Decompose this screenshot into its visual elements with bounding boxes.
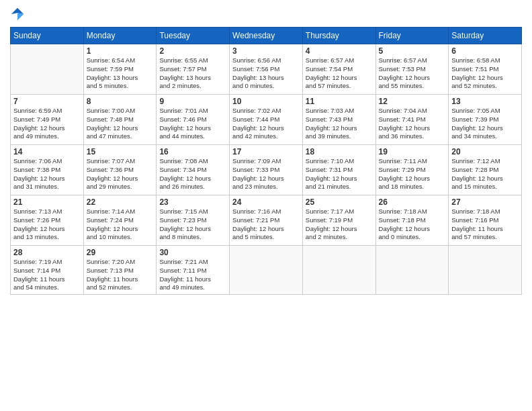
calendar-cell: 9Sunrise: 7:01 AM Sunset: 7:46 PM Daylig… [157, 95, 230, 145]
calendar-cell: 25Sunrise: 7:17 AM Sunset: 7:19 PM Dayli… [302, 195, 375, 246]
day-info: Sunrise: 7:11 AM Sunset: 7:29 PM Dayligh… [379, 157, 446, 191]
day-info: Sunrise: 7:13 AM Sunset: 7:26 PM Dayligh… [13, 208, 81, 242]
calendar-cell [11, 44, 84, 95]
day-info: Sunrise: 7:12 AM Sunset: 7:28 PM Dayligh… [451, 157, 519, 191]
day-info: Sunrise: 7:14 AM Sunset: 7:24 PM Dayligh… [87, 208, 154, 242]
day-info: Sunrise: 7:09 AM Sunset: 7:33 PM Dayligh… [232, 157, 300, 191]
page: SundayMondayTuesdayWednesdayThursdayFrid… [0, 0, 532, 411]
col-header-monday: Monday [83, 28, 157, 44]
day-number: 30 [159, 248, 226, 257]
day-info: Sunrise: 6:59 AM Sunset: 7:49 PM Dayligh… [13, 107, 81, 141]
day-info: Sunrise: 7:16 AM Sunset: 7:21 PM Dayligh… [232, 208, 300, 242]
day-number: 3 [232, 46, 300, 56]
calendar-cell: 29Sunrise: 7:20 AM Sunset: 7:13 PM Dayli… [83, 246, 157, 295]
day-number: 20 [451, 147, 519, 156]
day-info: Sunrise: 7:08 AM Sunset: 7:34 PM Dayligh… [159, 157, 226, 191]
day-number: 6 [451, 46, 519, 56]
calendar-cell: 28Sunrise: 7:19 AM Sunset: 7:14 PM Dayli… [11, 246, 84, 295]
day-number: 23 [159, 197, 226, 207]
day-info: Sunrise: 7:00 AM Sunset: 7:48 PM Dayligh… [87, 107, 154, 141]
day-info: Sunrise: 7:07 AM Sunset: 7:36 PM Dayligh… [87, 157, 154, 191]
calendar-week-4: 28Sunrise: 7:19 AM Sunset: 7:14 PM Dayli… [11, 246, 522, 295]
day-info: Sunrise: 6:58 AM Sunset: 7:51 PM Dayligh… [451, 56, 519, 91]
day-number: 12 [379, 97, 446, 106]
day-info: Sunrise: 6:54 AM Sunset: 7:59 PM Dayligh… [87, 56, 154, 91]
calendar-cell: 26Sunrise: 7:18 AM Sunset: 7:18 PM Dayli… [375, 195, 449, 246]
calendar-week-0: 1Sunrise: 6:54 AM Sunset: 7:59 PM Daylig… [11, 44, 522, 95]
day-number: 21 [13, 197, 81, 207]
calendar-cell: 12Sunrise: 7:04 AM Sunset: 7:41 PM Dayli… [375, 95, 449, 145]
day-info: Sunrise: 7:05 AM Sunset: 7:39 PM Dayligh… [451, 107, 519, 141]
col-header-sunday: Sunday [11, 28, 84, 44]
header [10, 7, 522, 23]
col-header-tuesday: Tuesday [157, 28, 230, 44]
col-header-friday: Friday [375, 28, 449, 44]
logo [10, 7, 26, 23]
day-number: 10 [232, 97, 300, 106]
day-number: 8 [87, 97, 154, 106]
day-number: 9 [159, 97, 226, 106]
day-info: Sunrise: 7:01 AM Sunset: 7:46 PM Dayligh… [159, 107, 226, 141]
calendar-cell [375, 246, 449, 295]
calendar-cell: 10Sunrise: 7:02 AM Sunset: 7:44 PM Dayli… [230, 95, 303, 145]
svg-marker-1 [17, 13, 24, 20]
day-number: 27 [451, 197, 519, 207]
day-info: Sunrise: 7:06 AM Sunset: 7:38 PM Dayligh… [13, 157, 81, 191]
day-info: Sunrise: 6:55 AM Sunset: 7:57 PM Dayligh… [159, 56, 226, 91]
day-info: Sunrise: 7:03 AM Sunset: 7:43 PM Dayligh… [306, 107, 373, 141]
calendar-cell: 5Sunrise: 6:57 AM Sunset: 7:53 PM Daylig… [375, 44, 449, 95]
calendar-cell: 16Sunrise: 7:08 AM Sunset: 7:34 PM Dayli… [157, 145, 230, 195]
day-info: Sunrise: 7:02 AM Sunset: 7:44 PM Dayligh… [232, 107, 300, 141]
calendar-cell: 1Sunrise: 6:54 AM Sunset: 7:59 PM Daylig… [83, 44, 157, 95]
day-number: 1 [87, 46, 154, 56]
calendar-cell: 22Sunrise: 7:14 AM Sunset: 7:24 PM Dayli… [83, 195, 157, 246]
day-number: 5 [379, 46, 446, 56]
day-number: 24 [232, 197, 300, 207]
calendar-cell: 3Sunrise: 6:56 AM Sunset: 7:56 PM Daylig… [230, 44, 303, 95]
day-number: 18 [306, 147, 373, 156]
calendar-cell: 18Sunrise: 7:10 AM Sunset: 7:31 PM Dayli… [302, 145, 375, 195]
calendar-cell: 20Sunrise: 7:12 AM Sunset: 7:28 PM Dayli… [449, 145, 522, 195]
day-info: Sunrise: 6:57 AM Sunset: 7:53 PM Dayligh… [379, 56, 446, 91]
day-number: 16 [159, 147, 226, 156]
calendar-cell: 13Sunrise: 7:05 AM Sunset: 7:39 PM Dayli… [449, 95, 522, 145]
day-number: 26 [379, 197, 446, 207]
day-info: Sunrise: 6:56 AM Sunset: 7:56 PM Dayligh… [232, 56, 300, 91]
day-number: 17 [232, 147, 300, 156]
calendar-cell: 27Sunrise: 7:18 AM Sunset: 7:16 PM Dayli… [449, 195, 522, 246]
day-number: 15 [87, 147, 154, 156]
calendar-cell: 7Sunrise: 6:59 AM Sunset: 7:49 PM Daylig… [11, 95, 84, 145]
calendar-cell: 21Sunrise: 7:13 AM Sunset: 7:26 PM Dayli… [11, 195, 84, 246]
calendar-cell: 8Sunrise: 7:00 AM Sunset: 7:48 PM Daylig… [83, 95, 157, 145]
day-number: 29 [87, 248, 154, 257]
calendar-header-row: SundayMondayTuesdayWednesdayThursdayFrid… [11, 28, 522, 44]
col-header-wednesday: Wednesday [230, 28, 303, 44]
col-header-thursday: Thursday [302, 28, 375, 44]
day-info: Sunrise: 7:04 AM Sunset: 7:41 PM Dayligh… [379, 107, 446, 141]
calendar-cell: 23Sunrise: 7:15 AM Sunset: 7:23 PM Dayli… [157, 195, 230, 246]
calendar-week-1: 7Sunrise: 6:59 AM Sunset: 7:49 PM Daylig… [11, 95, 522, 145]
calendar-cell [449, 246, 522, 295]
calendar-table: SundayMondayTuesdayWednesdayThursdayFrid… [10, 27, 522, 295]
calendar-cell: 30Sunrise: 7:21 AM Sunset: 7:11 PM Dayli… [157, 246, 230, 295]
day-info: Sunrise: 6:57 AM Sunset: 7:54 PM Dayligh… [306, 56, 373, 91]
day-info: Sunrise: 7:18 AM Sunset: 7:18 PM Dayligh… [379, 208, 446, 242]
day-number: 13 [451, 97, 519, 106]
calendar-cell: 19Sunrise: 7:11 AM Sunset: 7:29 PM Dayli… [375, 145, 449, 195]
day-info: Sunrise: 7:15 AM Sunset: 7:23 PM Dayligh… [159, 208, 226, 242]
day-number: 19 [379, 147, 446, 156]
calendar-cell: 15Sunrise: 7:07 AM Sunset: 7:36 PM Dayli… [83, 145, 157, 195]
calendar-cell: 11Sunrise: 7:03 AM Sunset: 7:43 PM Dayli… [302, 95, 375, 145]
logo-icon [10, 7, 25, 21]
day-info: Sunrise: 7:17 AM Sunset: 7:19 PM Dayligh… [306, 208, 373, 242]
day-number: 4 [306, 46, 373, 56]
day-number: 22 [87, 197, 154, 207]
calendar-cell: 14Sunrise: 7:06 AM Sunset: 7:38 PM Dayli… [11, 145, 84, 195]
calendar-week-3: 21Sunrise: 7:13 AM Sunset: 7:26 PM Dayli… [11, 195, 522, 246]
calendar-cell: 17Sunrise: 7:09 AM Sunset: 7:33 PM Dayli… [230, 145, 303, 195]
day-number: 25 [306, 197, 373, 207]
day-number: 2 [159, 46, 226, 56]
calendar-cell: 4Sunrise: 6:57 AM Sunset: 7:54 PM Daylig… [302, 44, 375, 95]
calendar-cell [230, 246, 303, 295]
day-info: Sunrise: 7:19 AM Sunset: 7:14 PM Dayligh… [13, 258, 81, 292]
